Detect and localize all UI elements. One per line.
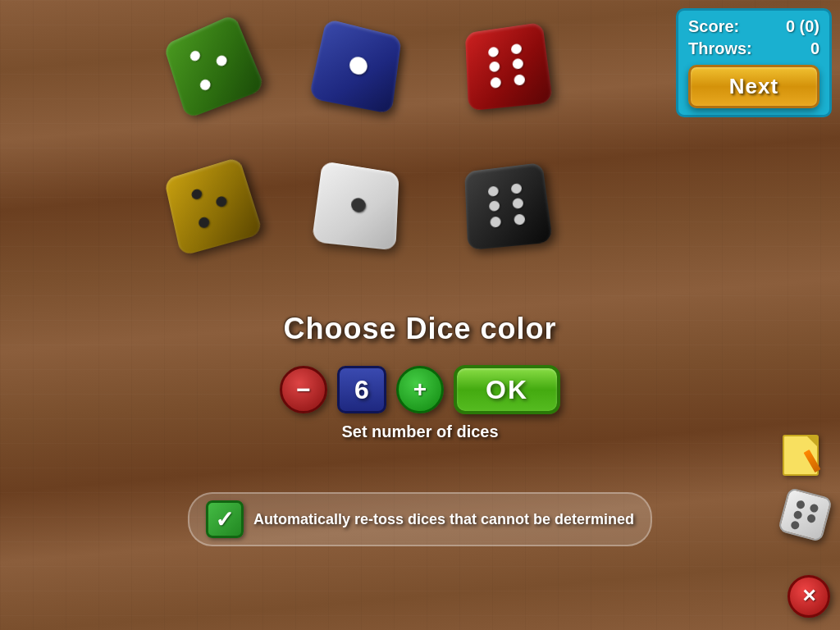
black-die-face: [477, 175, 538, 236]
red-die[interactable]: [465, 22, 553, 111]
close-button[interactable]: [788, 575, 830, 618]
dot: [198, 216, 211, 229]
auto-toss-row: Automatically re-toss dices that cannot …: [188, 492, 652, 546]
dot: [809, 503, 819, 513]
green-die[interactable]: [163, 14, 266, 120]
note-paper: [783, 435, 819, 476]
decrease-button[interactable]: [280, 366, 327, 413]
choose-dice-label: Choose Dice color: [283, 312, 556, 346]
dot: [350, 197, 366, 213]
dot: [511, 183, 523, 194]
blue-die-face: [326, 34, 389, 98]
score-line: Score: 0 (0): [688, 17, 819, 36]
dot: [489, 201, 500, 212]
throws-value: 0: [810, 39, 819, 58]
white-die-face: [327, 175, 386, 235]
dot: [488, 46, 499, 57]
dot: [790, 520, 800, 530]
black-die[interactable]: [464, 162, 553, 250]
white-die[interactable]: [312, 161, 399, 250]
score-label: Score:: [688, 17, 739, 36]
throws-label: Throws:: [688, 39, 752, 58]
dot: [793, 510, 803, 520]
dot: [796, 500, 806, 509]
die-small-face: [778, 487, 833, 542]
increase-button[interactable]: [396, 366, 444, 413]
dot: [189, 49, 201, 62]
score-value: 0 (0): [786, 17, 819, 36]
yellow-die[interactable]: [164, 157, 263, 256]
dot: [489, 62, 500, 73]
dot: [514, 214, 526, 226]
score-panel: Score: 0 (0) Throws: 0 Next: [676, 8, 832, 117]
dice-count-display: 6: [337, 366, 386, 413]
dot: [348, 55, 368, 76]
dot: [513, 198, 524, 209]
dot: [190, 188, 203, 200]
yellow-die-face: [177, 171, 247, 240]
set-number-label: Set number of dices: [341, 422, 498, 441]
dice-row-1: [66, 25, 651, 107]
green-die-face: [178, 30, 248, 103]
die-icon[interactable]: [783, 492, 828, 537]
pencil-icon: [804, 450, 821, 472]
dot: [215, 54, 229, 68]
dot: [490, 217, 501, 228]
dot: [199, 78, 212, 92]
dot: [511, 43, 523, 55]
blue-die[interactable]: [308, 19, 402, 115]
auto-toss-checkbox[interactable]: [206, 500, 244, 538]
dot: [215, 195, 228, 208]
dice-row-2: [66, 164, 651, 246]
note-icon[interactable]: [783, 435, 825, 477]
dot: [513, 58, 524, 70]
red-die-face: [477, 35, 538, 98]
throws-line: Throws: 0: [688, 39, 819, 58]
auto-toss-label: Automatically re-toss dices that cannot …: [253, 511, 634, 528]
dot: [487, 185, 498, 197]
dot: [806, 514, 816, 523]
ok-button[interactable]: OK: [454, 365, 560, 414]
next-button[interactable]: Next: [688, 65, 819, 108]
dot: [490, 77, 501, 89]
dice-count-controls: 6 OK: [280, 365, 560, 414]
dot: [514, 74, 526, 86]
